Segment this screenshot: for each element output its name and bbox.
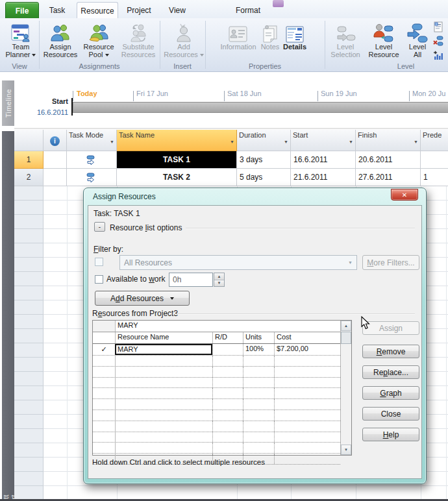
clear-leveling-icon[interactable]: [432, 35, 444, 47]
close-dialog-button[interactable]: Close: [362, 407, 419, 421]
close-button[interactable]: ✕: [391, 189, 418, 201]
resource-pool-button[interactable]: Resource Pool: [81, 21, 117, 58]
empty-resource-row[interactable]: [93, 367, 340, 378]
duration-column-header[interactable]: Duration ▼: [237, 130, 291, 151]
task-mode-cell[interactable]: [67, 169, 117, 186]
empty-resource-row[interactable]: [93, 432, 340, 443]
team-planner-icon: [11, 21, 31, 43]
level-all-button[interactable]: Level All: [405, 21, 430, 58]
finish-cell[interactable]: 27.6.2011: [356, 169, 421, 186]
start-cell[interactable]: 16.6.2011: [291, 151, 356, 169]
check-column-header[interactable]: [93, 332, 115, 343]
ribbon: Team Planner Assign Resources: [0, 18, 448, 72]
information-button[interactable]: Information: [218, 21, 258, 51]
details-icon: [286, 21, 304, 43]
task-name-cell[interactable]: TASK 2: [117, 169, 237, 186]
resource-row-mary[interactable]: ✓ MARY 100% $7.200,00: [93, 344, 340, 356]
task-mode-cell[interactable]: [67, 151, 117, 169]
tab-resource[interactable]: Resource: [77, 2, 118, 19]
timeline-span-bar[interactable]: [73, 102, 448, 113]
resource-name-cell[interactable]: MARY: [115, 344, 212, 355]
empty-resource-row[interactable]: [93, 388, 340, 399]
filter-checkbox[interactable]: [95, 258, 103, 266]
finish-column-header[interactable]: Finish ▼: [356, 130, 421, 151]
dialog-title[interactable]: Assign Resources: [93, 192, 156, 201]
more-filters-button[interactable]: More Filters...: [362, 255, 419, 270]
empty-resource-row[interactable]: [93, 410, 340, 421]
empty-resource-row[interactable]: [93, 399, 340, 410]
filter-arrow-icon[interactable]: ▼: [349, 138, 353, 146]
rd-cell[interactable]: [212, 344, 243, 355]
empty-resource-row[interactable]: [93, 378, 340, 389]
spinner-up-icon[interactable]: ▲: [214, 273, 224, 280]
filter-dropdown[interactable]: All Resources ▼: [119, 255, 357, 270]
tab-file[interactable]: File: [5, 2, 39, 19]
rd-header[interactable]: R/D: [212, 332, 243, 343]
scroll-thumb[interactable]: [341, 332, 351, 344]
task-mode-column-header[interactable]: Task Mode ▼: [67, 130, 117, 151]
scroll-down-icon[interactable]: ▼: [341, 445, 351, 455]
duration-cell[interactable]: 5 days: [237, 169, 291, 186]
info-cell[interactable]: [44, 169, 67, 186]
finish-cell[interactable]: 20.6.2011: [356, 151, 421, 169]
empty-resource-row[interactable]: [93, 421, 340, 432]
tab-project[interactable]: Project: [119, 2, 158, 18]
filter-arrow-icon[interactable]: ▼: [284, 138, 288, 146]
select-all-corner[interactable]: [14, 130, 44, 151]
team-planner-button[interactable]: Team Planner: [4, 21, 38, 58]
details-button[interactable]: Details: [282, 21, 308, 51]
predecessors-column-header[interactable]: Prede: [421, 130, 448, 151]
units-header[interactable]: Units: [243, 332, 274, 343]
task-name-column-header[interactable]: Task Name ▼: [117, 130, 237, 151]
help-button[interactable]: Help: [362, 428, 419, 441]
timeline-today-label: Today: [77, 90, 97, 97]
add-resources-dropdown-button[interactable]: Add Resources: [95, 291, 190, 306]
timeline-pane-tab[interactable]: Timeline: [2, 80, 14, 126]
duration-cell[interactable]: 3 days: [237, 151, 291, 169]
level-resource-button[interactable]: Level Resource: [364, 21, 404, 58]
start-cell[interactable]: 21.6.2011: [291, 169, 356, 186]
info-column-header[interactable]: i: [44, 130, 67, 151]
group-label-assignments: Assignments: [39, 62, 160, 71]
notes-button[interactable]: Notes: [260, 21, 280, 51]
available-to-work-spinner[interactable]: ▲ ▼: [214, 273, 225, 287]
close-icon: ✕: [402, 191, 407, 199]
spinner-down-icon[interactable]: ▼: [214, 280, 224, 287]
remove-button[interactable]: Remove: [362, 345, 419, 358]
timeline-pane-label: Timeline: [5, 89, 12, 117]
task-name-cell-selected[interactable]: TASK 1: [117, 151, 237, 169]
graph-button[interactable]: Graph: [362, 386, 419, 400]
tab-format[interactable]: Format: [226, 2, 270, 18]
predecessors-cell[interactable]: [421, 151, 448, 169]
empty-resource-row[interactable]: [93, 443, 340, 454]
level-selection-button[interactable]: Level Selection: [329, 21, 362, 58]
tab-task[interactable]: Task: [40, 2, 74, 18]
next-overallocation-icon[interactable]: [432, 49, 444, 61]
start-column-header[interactable]: Start ▼: [291, 130, 356, 151]
filter-arrow-icon[interactable]: ▼: [230, 138, 234, 146]
assign-resources-button[interactable]: Assign Resources: [42, 21, 79, 58]
grid-scrollbar[interactable]: ▲ ▼: [340, 321, 351, 455]
leveling-options-icon[interactable]: [432, 21, 444, 32]
predecessors-cell[interactable]: 1: [421, 169, 448, 186]
add-resources-button[interactable]: Add Resources: [164, 21, 204, 58]
empty-resource-row[interactable]: [93, 356, 340, 367]
resource-name-header[interactable]: Resource Name: [115, 332, 212, 343]
cost-header[interactable]: Cost: [274, 332, 340, 343]
scroll-up-icon[interactable]: ▲: [341, 321, 351, 331]
entry-value[interactable]: MARY: [115, 321, 340, 332]
available-to-work-input[interactable]: 0h: [169, 273, 213, 287]
units-cell[interactable]: 100%: [243, 344, 274, 355]
collapse-options-button[interactable]: -: [94, 222, 105, 232]
row-header[interactable]: 2: [14, 169, 44, 186]
filter-arrow-icon[interactable]: ▼: [110, 138, 114, 146]
row-header[interactable]: 1: [14, 151, 44, 169]
gantt-chart-pane-tab[interactable]: Gantt Chart: [2, 131, 14, 501]
info-cell[interactable]: [44, 151, 67, 169]
filter-arrow-icon[interactable]: ▼: [414, 138, 418, 146]
cost-cell[interactable]: $7.200,00: [274, 344, 340, 355]
replace-button[interactable]: Replace...: [362, 365, 419, 379]
available-to-work-checkbox[interactable]: [95, 275, 103, 284]
substitute-resources-button[interactable]: Substitute Resources: [118, 21, 158, 58]
tab-view[interactable]: View: [161, 2, 193, 18]
